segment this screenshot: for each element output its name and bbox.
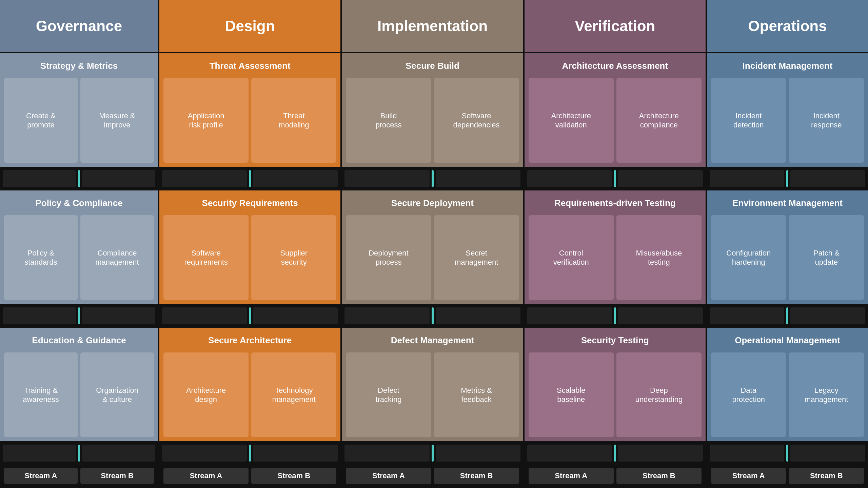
teal-accent-governance-2 <box>78 445 80 462</box>
practice-row-verification-2: Scalable baselineDeep understanding <box>529 352 702 437</box>
stream-a-pill-governance-0 <box>3 170 76 187</box>
practice-card-governance-0-0[interactable]: Create & promote <box>4 78 78 163</box>
practice-card-implementation-0-0[interactable]: Build process <box>346 78 431 163</box>
practice-row-operations-0: Incident detectionIncident response <box>711 78 864 163</box>
practice-card-implementation-1-0[interactable]: Deployment process <box>346 215 431 300</box>
stream-bar-governance-0 <box>0 168 158 189</box>
practice-row-implementation-0: Build processSoftware dependencies <box>346 78 519 163</box>
stream-b-pill-operations-0 <box>790 170 865 187</box>
stream-b-pill-implementation-2 <box>436 445 520 462</box>
bottom-stream-b-governance: Stream B <box>80 468 154 484</box>
main-grid: GovernanceStrategy & MetricsCreate & pro… <box>0 0 868 488</box>
stream-b-pill-design-0 <box>253 170 338 187</box>
practice-row-verification-0: Architecture validationArchitecture comp… <box>529 78 702 163</box>
section-title-design-0: Threat Assessment <box>163 57 336 75</box>
teal-accent-design-1 <box>249 307 251 324</box>
section-title-design-1: Security Requirements <box>163 195 336 212</box>
practice-card-governance-0-1[interactable]: Measure & improve <box>80 78 154 163</box>
section-title-governance-2: Education & Guidance <box>4 332 154 349</box>
practice-card-implementation-0-1[interactable]: Software dependencies <box>434 78 519 163</box>
practice-card-verification-0-0[interactable]: Architecture validation <box>529 78 614 163</box>
stream-a-pill-operations-1 <box>710 307 785 324</box>
section-verification-1: Requirements-driven TestingControl verif… <box>525 189 706 305</box>
bottom-stream-b-operations: Stream B <box>789 468 864 484</box>
stream-a-pill-operations-0 <box>710 170 785 187</box>
practice-card-verification-1-1[interactable]: Misuse/abuse testing <box>616 215 702 300</box>
bottom-stream-row-implementation: Stream AStream B <box>342 464 523 488</box>
stream-a-pill-verification-2 <box>527 445 612 462</box>
practice-card-implementation-2-1[interactable]: Metrics & feedback <box>434 352 519 437</box>
practice-card-design-1-0[interactable]: Software requirements <box>163 215 249 300</box>
stream-a-pill-design-0 <box>162 170 247 187</box>
practice-row-governance-1: Policy & standardsCompliance management <box>4 215 154 300</box>
stream-b-pill-operations-1 <box>790 307 865 324</box>
stream-a-pill-implementation-2 <box>344 445 429 462</box>
practice-card-verification-1-0[interactable]: Control verification <box>529 215 614 300</box>
practice-card-operations-2-1[interactable]: Legacy management <box>789 352 864 437</box>
stream-b-pill-verification-2 <box>618 445 703 462</box>
practice-card-design-1-1[interactable]: Supplier security <box>251 215 336 300</box>
section-title-operations-1: Environment Management <box>711 195 864 212</box>
stream-bar-operations-1 <box>707 305 868 326</box>
practice-card-operations-0-0[interactable]: Incident detection <box>711 78 786 163</box>
practice-card-operations-1-1[interactable]: Patch & update <box>789 215 864 300</box>
teal-accent-implementation-2 <box>432 445 434 462</box>
practice-card-operations-2-0[interactable]: Data protection <box>711 352 786 437</box>
practice-row-operations-1: Configuration hardeningPatch & update <box>711 215 864 300</box>
stream-a-pill-design-2 <box>162 445 247 462</box>
stream-a-pill-implementation-1 <box>344 307 429 324</box>
section-title-design-2: Secure Architecture <box>163 332 336 349</box>
bottom-stream-a-operations: Stream A <box>711 468 786 484</box>
stream-bar-operations-0 <box>707 168 868 189</box>
practice-card-design-0-1[interactable]: Threat modeling <box>251 78 336 163</box>
practice-card-governance-2-1[interactable]: Organization & culture <box>80 352 154 437</box>
practice-card-governance-2-0[interactable]: Training & awareness <box>4 352 78 437</box>
teal-accent-verification-0 <box>614 170 616 187</box>
header-verification: Verification <box>525 0 706 52</box>
practice-row-verification-1: Control verificationMisuse/abuse testing <box>529 215 702 300</box>
stream-b-pill-verification-1 <box>618 307 703 324</box>
practice-card-governance-1-1[interactable]: Compliance management <box>80 215 154 300</box>
bottom-stream-b-design: Stream B <box>251 468 336 484</box>
section-verification-0: Architecture AssessmentArchitecture vali… <box>525 52 706 168</box>
section-implementation-0: Secure BuildBuild processSoftware depend… <box>342 52 523 168</box>
practice-card-operations-0-1[interactable]: Incident response <box>789 78 864 163</box>
stream-bar-design-2 <box>159 443 340 464</box>
teal-accent-operations-2 <box>786 445 788 462</box>
practice-row-operations-2: Data protectionLegacy management <box>711 352 864 437</box>
stream-a-pill-governance-1 <box>3 307 76 324</box>
col-implementation: ImplementationSecure BuildBuild processS… <box>342 0 524 488</box>
practice-card-design-2-1[interactable]: Technology management <box>251 352 336 437</box>
practice-card-design-0-0[interactable]: Application risk profile <box>163 78 249 163</box>
col-design: DesignThreat AssessmentApplication risk … <box>159 0 342 488</box>
stream-bar-operations-2 <box>707 443 868 464</box>
practice-card-verification-2-0[interactable]: Scalable baseline <box>529 352 614 437</box>
section-title-implementation-1: Secure Deployment <box>346 195 519 212</box>
practice-card-verification-2-1[interactable]: Deep understanding <box>616 352 702 437</box>
stream-bar-verification-2 <box>525 443 706 464</box>
practice-card-design-2-0[interactable]: Architecture design <box>163 352 249 437</box>
practice-card-verification-0-1[interactable]: Architecture compliance <box>616 78 702 163</box>
practice-row-implementation-2: Defect trackingMetrics & feedback <box>346 352 519 437</box>
stream-a-pill-verification-1 <box>527 307 612 324</box>
practice-card-governance-1-0[interactable]: Policy & standards <box>4 215 78 300</box>
teal-accent-operations-0 <box>786 170 788 187</box>
section-operations-1: Environment ManagementConfiguration hard… <box>707 189 868 305</box>
practice-card-operations-1-0[interactable]: Configuration hardening <box>711 215 786 300</box>
teal-accent-design-2 <box>249 445 251 462</box>
practice-row-design-0: Application risk profileThreat modeling <box>163 78 336 163</box>
teal-accent-design-0 <box>249 170 251 187</box>
stream-b-pill-governance-1 <box>82 307 155 324</box>
stream-b-pill-verification-0 <box>618 170 703 187</box>
stream-b-pill-design-1 <box>253 307 338 324</box>
bottom-stream-a-governance: Stream A <box>4 468 78 484</box>
practice-row-implementation-1: Deployment processSecret management <box>346 215 519 300</box>
stream-bar-verification-0 <box>525 168 706 189</box>
practice-card-implementation-1-1[interactable]: Secret management <box>434 215 519 300</box>
section-verification-2: Security TestingScalable baselineDeep un… <box>525 326 706 443</box>
section-operations-2: Operational ManagementData protectionLeg… <box>707 326 868 443</box>
section-title-verification-2: Security Testing <box>529 332 702 349</box>
practice-row-design-1: Software requirementsSupplier security <box>163 215 336 300</box>
col-operations: OperationsIncident ManagementIncident de… <box>707 0 868 488</box>
practice-card-implementation-2-0[interactable]: Defect tracking <box>346 352 431 437</box>
